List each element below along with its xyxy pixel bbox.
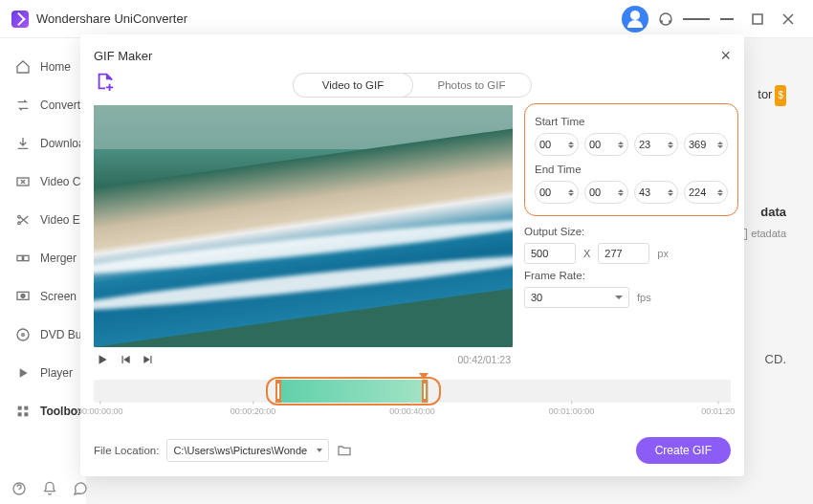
svg-point-0 xyxy=(660,13,671,25)
svg-rect-14 xyxy=(24,412,28,416)
svg-point-10 xyxy=(22,334,25,337)
timeline-track[interactable] xyxy=(94,380,731,403)
titlebar: Wondershare UniConverter xyxy=(0,0,813,38)
sidebar-item-player[interactable]: Player xyxy=(0,354,86,392)
ruler-tick: 00:01:20 xyxy=(701,406,735,416)
output-x-label: X xyxy=(583,248,590,259)
close-icon xyxy=(782,13,794,25)
svg-point-9 xyxy=(17,329,29,340)
download-icon xyxy=(15,136,31,151)
add-file-icon[interactable] xyxy=(94,71,117,92)
svg-rect-5 xyxy=(17,255,22,260)
sidebar-item-converter[interactable]: Converter xyxy=(0,86,86,124)
start-ms-input[interactable]: 369 xyxy=(684,133,728,156)
dialog-footer: File Location: C:\Users\ws\Pictures\Wond… xyxy=(94,437,731,464)
sidebar-item-merger[interactable]: Merger xyxy=(0,239,86,277)
sidebar-item-dvd[interactable]: DVD Burner xyxy=(0,316,86,354)
framerate-select[interactable]: 30 xyxy=(524,287,629,308)
sidebar: Home Converter Downloader Video Compress… xyxy=(0,38,86,504)
end-hours-input[interactable]: 00 xyxy=(535,181,579,204)
ruler-tick: 00:00:20:00 xyxy=(231,406,276,416)
sidebar-item-home[interactable]: Home xyxy=(0,48,86,86)
spinner-value: 23 xyxy=(639,139,650,150)
playhead-icon[interactable] xyxy=(419,373,428,380)
svg-rect-12 xyxy=(24,406,28,410)
ruler-tick: 00:01:00:00 xyxy=(549,406,595,416)
sidebar-item-label: DVD Burner xyxy=(40,328,86,341)
scissors-icon xyxy=(15,212,31,228)
sidebar-item-label: Video Editor xyxy=(40,213,86,227)
selection-start-handle[interactable] xyxy=(275,380,281,403)
maximize-icon xyxy=(752,13,763,25)
disc-icon xyxy=(15,327,31,342)
spinner-value: 00 xyxy=(539,139,551,150)
start-seconds-input[interactable]: 23 xyxy=(634,133,678,156)
menu-button[interactable] xyxy=(683,6,710,33)
app-title: Wondershare UniConverter xyxy=(36,11,187,26)
play-icon xyxy=(15,365,31,381)
spinner-value: 00 xyxy=(589,186,601,198)
support-button[interactable] xyxy=(652,6,679,33)
create-gif-button[interactable]: Create GIF xyxy=(636,437,731,464)
dialog-title: GIF Maker xyxy=(94,49,152,63)
video-preview[interactable] xyxy=(94,105,513,347)
bg-text: tor xyxy=(758,87,772,101)
output-width-input[interactable] xyxy=(524,243,576,264)
sidebar-item-downloader[interactable]: Downloader xyxy=(0,124,86,163)
svg-point-8 xyxy=(21,294,25,297)
notifications-button[interactable] xyxy=(42,481,57,496)
sidebar-item-label: Merger xyxy=(40,252,77,265)
play-button[interactable] xyxy=(96,353,109,366)
gif-maker-dialog: GIF Maker × Video to GIF Photos to GIF 0… xyxy=(80,34,744,476)
ruler-tick: 00:00:40:00 xyxy=(389,406,435,416)
converter-icon xyxy=(15,98,31,113)
help-button[interactable] xyxy=(11,481,27,496)
tab-photos-to-gif[interactable]: Photos to GIF xyxy=(412,74,531,97)
sidebar-item-label: Player xyxy=(40,366,73,380)
sidebar-item-toolbox[interactable]: Toolbox xyxy=(0,392,86,430)
selection-end-handle[interactable] xyxy=(422,380,428,403)
sidebar-item-compressor[interactable]: Video Compressor xyxy=(0,163,86,201)
end-time-label: End Time xyxy=(535,164,728,175)
app-logo-icon xyxy=(11,11,29,28)
minimize-button[interactable] xyxy=(714,6,740,33)
feedback-button[interactable] xyxy=(73,481,88,496)
svg-rect-11 xyxy=(18,406,22,410)
sidebar-item-label: Home xyxy=(40,60,71,74)
settings-panel: Start Time 00 00 23 369 End Time 00 00 4… xyxy=(524,105,738,366)
framerate-label: Frame Rate: xyxy=(524,270,738,281)
svg-rect-13 xyxy=(18,412,22,416)
account-avatar-button[interactable] xyxy=(622,6,648,33)
svg-rect-1 xyxy=(753,14,762,24)
output-height-input[interactable] xyxy=(598,243,649,264)
file-location-select[interactable]: C:\Users\ws\Pictures\Wonders xyxy=(166,439,329,462)
status-bar xyxy=(11,481,88,496)
file-location-label: File Location: xyxy=(94,445,159,456)
bg-sub: etadata xyxy=(751,228,786,239)
svg-rect-6 xyxy=(24,255,29,260)
tab-video-to-gif[interactable]: Video to GIF xyxy=(294,74,412,97)
end-ms-input[interactable]: 224 xyxy=(684,181,728,204)
compressor-icon xyxy=(15,174,31,189)
start-time-label: Start Time xyxy=(535,116,728,127)
playback-controls: 00:42/01:23 xyxy=(94,347,513,366)
start-hours-input[interactable]: 00 xyxy=(535,133,579,156)
sidebar-item-editor[interactable]: Video Editor xyxy=(0,201,86,239)
framerate-unit-label: fps xyxy=(637,292,651,303)
prev-frame-button[interactable] xyxy=(119,353,132,366)
sidebar-item-recorder[interactable]: Screen Recorder xyxy=(0,277,86,316)
maximize-button[interactable] xyxy=(744,6,771,33)
output-unit-label: px xyxy=(657,248,669,259)
spinner-value: 00 xyxy=(539,186,551,198)
sidebar-item-label: Video Compressor xyxy=(40,175,86,188)
spinner-value: 224 xyxy=(689,186,706,198)
time-range-highlight: Start Time 00 00 23 369 End Time 00 00 4… xyxy=(524,103,738,216)
dialog-close-button[interactable]: × xyxy=(720,46,731,66)
close-window-button[interactable] xyxy=(775,6,802,33)
browse-folder-button[interactable] xyxy=(337,443,352,458)
end-seconds-input[interactable]: 43 xyxy=(634,181,678,204)
start-minutes-input[interactable]: 00 xyxy=(584,133,628,156)
end-minutes-input[interactable]: 00 xyxy=(584,181,628,204)
next-frame-button[interactable] xyxy=(142,353,155,366)
spinner-value: 43 xyxy=(639,186,650,198)
